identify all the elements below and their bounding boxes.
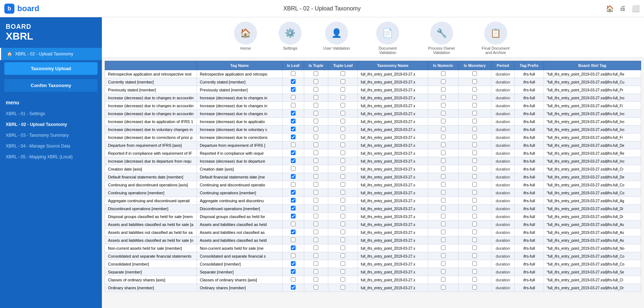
taxonomy-upload-button[interactable]: Taxonomy Upload: [4, 62, 98, 75]
table-cell[interactable]: [304, 86, 328, 94]
table-cell[interactable]: [304, 157, 328, 165]
checkbox[interactable]: [291, 166, 296, 171]
checkbox[interactable]: [341, 95, 345, 100]
checkbox[interactable]: [441, 87, 446, 92]
checkbox[interactable]: [472, 214, 477, 218]
checkbox[interactable]: [441, 230, 446, 234]
checkbox[interactable]: [291, 142, 296, 147]
checkbox[interactable]: [441, 222, 446, 226]
table-cell[interactable]: [282, 149, 304, 157]
checkbox[interactable]: [291, 87, 296, 92]
table-cell[interactable]: [428, 260, 459, 268]
table-cell[interactable]: [282, 276, 304, 284]
checkbox[interactable]: [314, 87, 318, 92]
table-cell[interactable]: [328, 157, 357, 165]
checkbox[interactable]: [314, 103, 318, 108]
table-cell[interactable]: [304, 221, 328, 228]
table-cell[interactable]: [428, 181, 459, 189]
nav-icon-item[interactable]: 🔧 Process Owner Validation: [425, 22, 458, 55]
table-cell[interactable]: [459, 102, 491, 110]
checkbox[interactable]: [441, 111, 446, 116]
table-cell[interactable]: [328, 78, 357, 86]
checkbox[interactable]: [441, 245, 446, 250]
checkbox[interactable]: [314, 166, 318, 171]
table-cell[interactable]: [282, 221, 304, 228]
checkbox[interactable]: [441, 253, 446, 258]
table-cell[interactable]: [282, 86, 304, 94]
checkbox[interactable]: [341, 253, 345, 258]
home-icon[interactable]: 🏠: [606, 5, 614, 13]
table-cell[interactable]: [328, 126, 357, 133]
checkbox[interactable]: [341, 111, 345, 116]
checkbox[interactable]: [341, 230, 345, 234]
table-cell[interactable]: [328, 165, 357, 173]
table-cell[interactable]: [282, 213, 304, 221]
table-wrapper[interactable]: Tag NameIs LeafIs TupleTuple LeafTaxonom…: [102, 58, 644, 308]
checkbox[interactable]: [314, 79, 318, 84]
table-cell[interactable]: [428, 205, 459, 213]
table-cell[interactable]: [428, 165, 459, 173]
checkbox[interactable]: [441, 214, 446, 218]
table-cell[interactable]: [428, 118, 459, 126]
checkbox[interactable]: [291, 230, 296, 234]
checkbox[interactable]: [341, 222, 345, 226]
nav-icon-item[interactable]: 👤 User Validation: [323, 22, 350, 55]
table-cell[interactable]: [428, 133, 459, 141]
checkbox[interactable]: [472, 111, 477, 116]
table-cell[interactable]: [304, 173, 328, 181]
table-cell[interactable]: [304, 260, 328, 268]
checkbox[interactable]: [441, 103, 446, 108]
checkbox[interactable]: [472, 119, 477, 123]
table-cell[interactable]: [428, 236, 459, 244]
table-cell[interactable]: [304, 228, 328, 236]
table-cell[interactable]: [328, 268, 357, 276]
table-cell[interactable]: [328, 244, 357, 252]
checkbox[interactable]: [291, 71, 296, 76]
checkbox[interactable]: [441, 182, 446, 187]
checkbox[interactable]: [341, 245, 345, 250]
table-cell[interactable]: [459, 94, 491, 102]
checkbox[interactable]: [341, 103, 345, 108]
table-cell[interactable]: [459, 244, 491, 252]
checkbox[interactable]: [314, 71, 318, 76]
print-icon[interactable]: 🖨: [620, 5, 626, 13]
checkbox[interactable]: [341, 269, 345, 274]
table-cell[interactable]: [304, 78, 328, 86]
checkbox[interactable]: [441, 95, 446, 100]
table-cell[interactable]: [282, 126, 304, 133]
checkbox[interactable]: [341, 158, 345, 163]
table-cell[interactable]: [304, 213, 328, 221]
table-cell[interactable]: [304, 276, 328, 284]
table-cell[interactable]: [282, 118, 304, 126]
table-cell[interactable]: [282, 252, 304, 260]
table-cell[interactable]: [428, 110, 459, 118]
sidebar-menu-item[interactable]: XBRL - 03 - Taxonomy Summary: [0, 130, 102, 141]
sidebar-menu-item[interactable]: XBRL - 01 - Settings: [0, 108, 102, 119]
checkbox[interactable]: [341, 79, 345, 84]
checkbox[interactable]: [441, 190, 446, 195]
table-cell[interactable]: [304, 284, 328, 292]
checkbox[interactable]: [341, 174, 345, 179]
checkbox[interactable]: [291, 79, 296, 84]
table-cell[interactable]: [428, 149, 459, 157]
table-cell[interactable]: [304, 70, 328, 78]
table-cell[interactable]: [282, 268, 304, 276]
checkbox[interactable]: [472, 237, 477, 242]
checkbox[interactable]: [441, 174, 446, 179]
table-cell[interactable]: [328, 141, 357, 149]
checkbox[interactable]: [314, 135, 318, 139]
checkbox[interactable]: [441, 135, 446, 139]
table-cell[interactable]: [328, 236, 357, 244]
checkbox[interactable]: [341, 190, 345, 195]
table-cell[interactable]: [304, 110, 328, 118]
checkbox[interactable]: [291, 127, 296, 131]
checkbox[interactable]: [472, 150, 477, 155]
checkbox[interactable]: [341, 71, 345, 76]
table-cell[interactable]: [304, 94, 328, 102]
table-cell[interactable]: [282, 197, 304, 205]
table-cell[interactable]: [459, 260, 491, 268]
checkbox[interactable]: [314, 261, 318, 266]
checkbox[interactable]: [314, 190, 318, 195]
checkbox[interactable]: [291, 111, 296, 116]
table-cell[interactable]: [459, 221, 491, 228]
